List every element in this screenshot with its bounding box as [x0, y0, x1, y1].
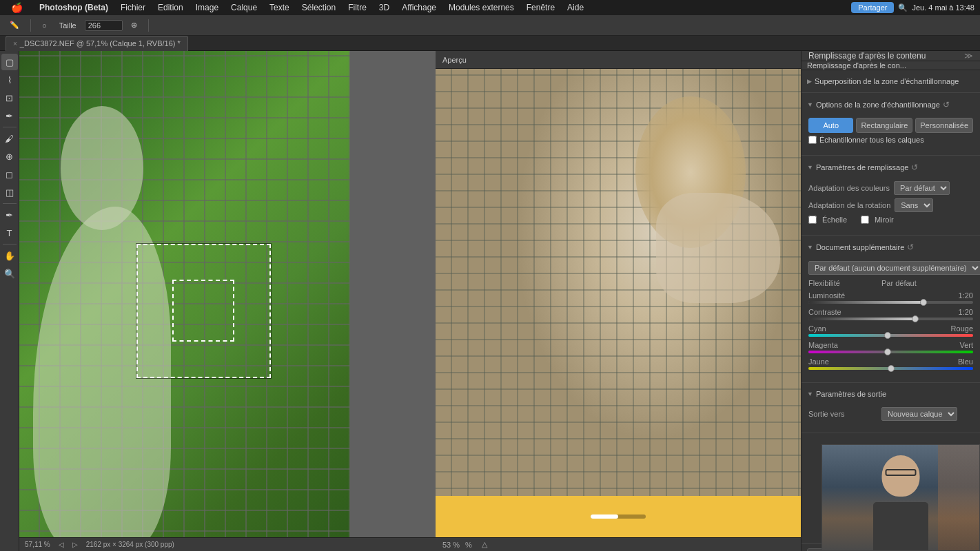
- menu-share-btn[interactable]: Partager: [851, 2, 894, 13]
- jaune-label: Jaune: [808, 357, 829, 366]
- cyan-thumb[interactable]: [884, 332, 891, 339]
- cyan-label: Cyan: [808, 324, 826, 333]
- section-fill-header[interactable]: ▼ Paramètres de remplissage ↺: [802, 160, 980, 175]
- sortie-row: Sortie vers Nouveau calque: [808, 407, 973, 421]
- menu-image[interactable]: Image: [190, 0, 224, 15]
- extra-doc-select[interactable]: Par défaut (aucun document supplémentair…: [808, 261, 980, 275]
- contrast-label: Contraste: [808, 308, 841, 316]
- menu-texte[interactable]: Texte: [264, 0, 295, 15]
- tool-pen[interactable]: ✒: [1, 207, 18, 223]
- tool-eraser[interactable]: ◻: [1, 166, 18, 183]
- image-background: [19, 51, 350, 551]
- mirror-checkbox[interactable]: [861, 216, 869, 224]
- fill-params-content: Adaptation des couleurs Par défaut Adapt…: [802, 175, 980, 231]
- progress-bar: [591, 514, 646, 519]
- arrow-icon-fill: ▼: [807, 164, 813, 171]
- arrow-icon-output: ▼: [807, 391, 813, 397]
- contrast-track[interactable]: [808, 318, 973, 320]
- scale-checkbox[interactable]: [808, 216, 817, 224]
- tool-eyedropper[interactable]: ✒: [1, 107, 18, 124]
- canvas-statusbar: 57,11 % ◁ ▷ 2162 px × 3264 px (300 ppp): [19, 537, 436, 551]
- luminosity-track[interactable]: [808, 301, 973, 304]
- color-adapt-select[interactable]: Par défaut: [894, 181, 950, 195]
- jaune-track[interactable]: [808, 367, 973, 370]
- tool-brush[interactable]: 🖌: [1, 130, 18, 147]
- tool-zoom[interactable]: 🔍: [1, 265, 18, 282]
- apple-menu[interactable]: 🍎: [6, 0, 28, 15]
- section-sampling-header[interactable]: ▼ Options de la zone d'échantillonnage ↺: [802, 97, 980, 112]
- app-name: Photoshop (Beta): [34, 0, 114, 15]
- preview-area: Aperçu 53 % % △: [436, 51, 801, 551]
- flexibility-value: Par défaut: [881, 279, 917, 287]
- bleu-label: Bleu: [958, 357, 973, 366]
- menu-fenetre[interactable]: Fenêtre: [521, 0, 560, 15]
- tool-lasso[interactable]: ⌇: [1, 72, 18, 88]
- section-extra-doc: ▼ Document supplémentaire ↺ Par défaut (…: [802, 236, 980, 383]
- jaune-thumb[interactable]: [888, 365, 895, 372]
- luminosity-thumb[interactable]: [920, 299, 927, 306]
- nav-arrow-left[interactable]: ◁: [59, 541, 64, 548]
- tool-clone[interactable]: ⊕: [1, 148, 18, 165]
- panel-tab-header: Remplissage d'après le con...: [802, 61, 980, 70]
- preview-slider-icon[interactable]: △: [482, 540, 487, 549]
- section-superposition: ▶ Superposition de la zone d'échantillon…: [802, 70, 980, 93]
- canvas-area[interactable]: 57,11 % ◁ ▷ 2162 px × 3264 px (300 ppp): [19, 51, 436, 551]
- reset-extra-doc-btn[interactable]: ↺: [907, 242, 914, 252]
- reset-fill-btn[interactable]: ↺: [911, 163, 918, 172]
- toolbox: ▢ ⌇ ⊡ ✒ 🖌 ⊕ ◻ ◫ ✒ T ✋ 🔍: [0, 51, 19, 551]
- tool-text[interactable]: T: [1, 225, 18, 241]
- section-sampling-options: ▼ Options de la zone d'échantillonnage ↺…: [802, 93, 980, 156]
- content-fill-selection[interactable]: [136, 244, 271, 378]
- menu-selection[interactable]: Sélection: [296, 0, 341, 15]
- rotation-adapt-select[interactable]: Sans: [895, 198, 933, 212]
- sortie-select[interactable]: Nouveau calque: [881, 407, 957, 421]
- luminosity-label: Luminosité: [808, 291, 845, 300]
- brush-size-increase[interactable]: ⊕: [127, 19, 141, 31]
- close-icon[interactable]: ×: [13, 40, 17, 48]
- brush-size-input[interactable]: [85, 20, 123, 31]
- menu-fichier[interactable]: Fichier: [115, 0, 151, 15]
- contrast-thumb[interactable]: [912, 315, 919, 322]
- tool-hand[interactable]: ✋: [1, 247, 18, 264]
- flexibility-row: Flexibilité Par défaut: [808, 279, 973, 287]
- sample-all-layers-checkbox[interactable]: [808, 136, 817, 144]
- reset-sampling-btn[interactable]: ↺: [943, 100, 950, 110]
- menu-filtre[interactable]: Filtre: [343, 0, 372, 15]
- brush-size-decrease[interactable]: ○: [38, 20, 51, 31]
- tool-separator-1: [3, 127, 17, 127]
- panel-collapse-icon[interactable]: ≫: [964, 51, 973, 61]
- cyan-track[interactable]: [808, 334, 973, 337]
- menu-modules[interactable]: Modules externes: [443, 0, 520, 15]
- panel-spacer: [802, 433, 980, 543]
- rectangulaire-btn[interactable]: Rectangulaire: [856, 118, 912, 133]
- menu-affichage[interactable]: Affichage: [396, 0, 442, 15]
- panel-header: Remplissage d'après le contenu ≫: [802, 51, 980, 61]
- section-output-header[interactable]: ▼ Paramètres de sortie: [802, 387, 980, 401]
- section-extra-doc-header[interactable]: ▼ Document supplémentaire ↺: [802, 240, 980, 255]
- magenta-thumb[interactable]: [884, 349, 891, 355]
- video-body: [873, 502, 928, 550]
- size-label: Taille: [55, 20, 81, 31]
- sample-all-layers-row: Échantillonner tous les calques: [808, 136, 973, 144]
- auto-btn[interactable]: Auto: [808, 118, 853, 133]
- menu-edition[interactable]: Edition: [152, 0, 189, 15]
- tool-gradient[interactable]: ◫: [1, 184, 18, 200]
- section-superposition-header[interactable]: ▶ Superposition de la zone d'échantillon…: [802, 74, 980, 88]
- luminosity-value: 1:20: [959, 291, 973, 300]
- contrast-value: 1:20: [959, 308, 973, 316]
- tool-options-icon[interactable]: ✏️: [6, 19, 23, 31]
- magenta-track[interactable]: [808, 351, 973, 353]
- document-tab[interactable]: × _DSC3872.NEF @ 57,1% (Calque 1, RVB/16…: [6, 36, 188, 51]
- tool-crop[interactable]: ⊡: [1, 90, 18, 106]
- nav-arrow-right[interactable]: ▷: [72, 541, 78, 548]
- menu-search-icon[interactable]: 🔍: [898, 3, 908, 12]
- inner-selection: [172, 280, 234, 342]
- menu-3d[interactable]: 3D: [374, 0, 395, 15]
- menu-calque[interactable]: Calque: [225, 0, 263, 15]
- tool-select[interactable]: ▢: [1, 54, 18, 70]
- menu-aide[interactable]: Aide: [562, 0, 589, 15]
- arrow-icon-extra-doc: ▼: [807, 244, 813, 251]
- jaune-bleu-slider-row: Jaune Bleu: [808, 357, 973, 370]
- personnalisee-btn[interactable]: Personnalisée: [915, 118, 973, 133]
- luminosity-fill: [808, 301, 923, 304]
